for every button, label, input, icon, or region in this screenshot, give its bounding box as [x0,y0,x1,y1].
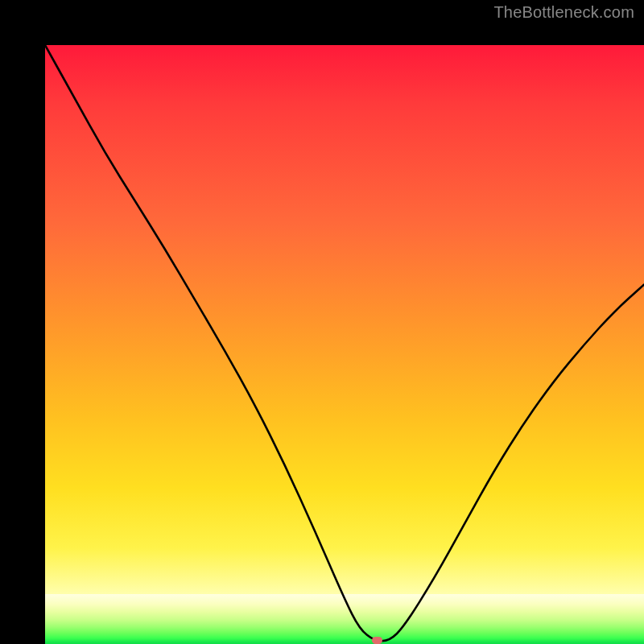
plot-area [45,45,644,644]
chart-frame [0,0,644,644]
watermark-text: TheBottleneck.com [493,3,634,22]
minimum-marker [372,637,382,644]
bottleneck-curve [45,45,644,644]
